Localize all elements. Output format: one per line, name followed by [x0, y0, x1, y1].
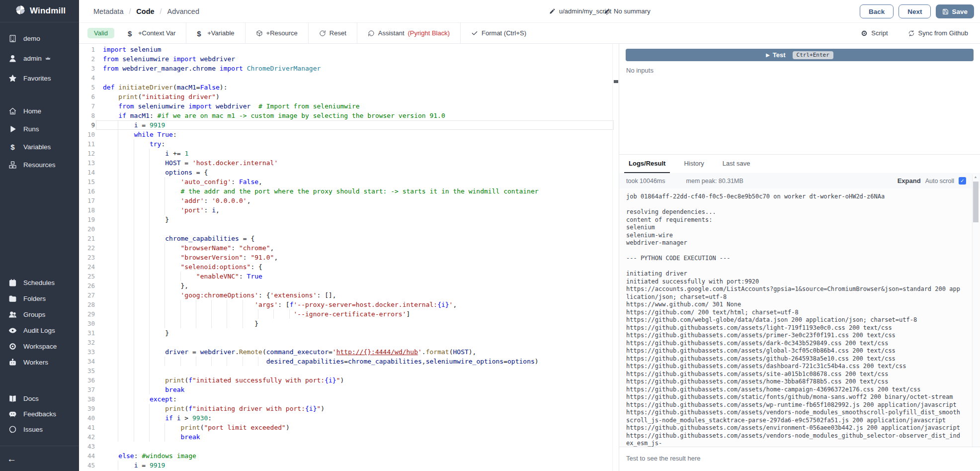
code-line[interactable]: 25 "enableVNC": True: [79, 272, 619, 281]
code-text: 'port': i,: [103, 205, 220, 215]
code-line[interactable]: 18 'port': i,: [79, 205, 619, 215]
expand-button[interactable]: Expand: [898, 177, 921, 185]
sidebar-item-folders[interactable]: Folders: [0, 290, 79, 306]
sidebar-item-docs[interactable]: Docs: [0, 391, 79, 406]
code-line[interactable]: 31 }: [79, 328, 619, 338]
code-line[interactable]: 10 while True:: [79, 130, 619, 139]
windmill-logo[interactable]: Windmill: [0, 0, 79, 22]
tab-advanced[interactable]: Advanced: [167, 7, 200, 15]
tab-metadata[interactable]: Metadata: [93, 7, 123, 15]
tab-history[interactable]: History: [679, 155, 708, 173]
code-line[interactable]: 40 if i > 9930:: [79, 413, 619, 423]
tab-last-save[interactable]: Last save: [718, 155, 755, 173]
sidebar-item-home[interactable]: Home: [0, 102, 79, 120]
code-line[interactable]: 27 'goog:chromeOptions': {'extensions': …: [79, 290, 619, 300]
code-line[interactable]: 11 try:: [79, 139, 619, 149]
code-line[interactable]: 43: [79, 442, 619, 451]
code-line[interactable]: 1import selenium: [79, 45, 619, 54]
boxes-icon: [8, 161, 17, 169]
sidebar-item-workspace[interactable]: Workspace: [0, 338, 79, 354]
line-number: 18: [79, 205, 95, 215]
code-line[interactable]: 38 except:: [79, 394, 619, 404]
script-summary-edit[interactable]: No summary: [604, 0, 651, 22]
toolbar-script[interactable]: Script: [853, 23, 896, 44]
code-line[interactable]: 22 "browserName": "chrome",: [79, 243, 619, 253]
toolbar-label: Sync from Github: [918, 29, 968, 37]
test-button[interactable]: ▶ Test Ctrl+Enter: [626, 49, 974, 61]
code-line[interactable]: 26 },: [79, 281, 619, 290]
code-line[interactable]: 14 options = {: [79, 168, 619, 177]
code-line[interactable]: 8 if macM1: #if we are on mac m1 -> cust…: [79, 111, 619, 120]
scrollbar-up-arrow[interactable]: ▲: [973, 175, 979, 179]
toolbar--resource[interactable]: +Resource: [245, 23, 308, 44]
code-line[interactable]: 23 "browserVersion": "91.0",: [79, 253, 619, 262]
code-line[interactable]: 37 break: [79, 385, 619, 394]
code-text: from seleniumwire import webdriver # Imp…: [103, 101, 360, 111]
code-line[interactable]: 5def initiateDriver(macM1=False):: [79, 83, 619, 92]
editor-overview-ruler[interactable]: [612, 44, 619, 471]
next-button[interactable]: Next: [898, 4, 931, 18]
sidebar-item-favorites[interactable]: Favorites: [0, 68, 79, 88]
sidebar-item-resources[interactable]: Resources: [0, 156, 79, 174]
toolbar--variable[interactable]: $+Variable: [186, 23, 245, 44]
toolbar-assistant[interactable]: Assistant (Pyright Black): [357, 23, 460, 44]
toolbar--context-var[interactable]: $+Context Var: [117, 23, 186, 44]
autoscroll-checkbox[interactable]: ✓: [959, 177, 966, 185]
sidebar-item-schedules[interactable]: Schedules: [0, 275, 79, 290]
sidebar-item-runs[interactable]: Runs: [0, 120, 79, 138]
sidebar-collapse-button[interactable]: ←: [7, 454, 16, 465]
log-line: https://github.githubassets.com/assets/w…: [626, 401, 960, 409]
sidebar-item-variables[interactable]: $Variables: [0, 138, 79, 156]
code-line[interactable]: 15 'auto_config': False,: [79, 177, 619, 187]
code-editor[interactable]: 1import selenium2from seleniumwire impor…: [79, 44, 619, 471]
scrollbar-thumb[interactable]: [973, 182, 979, 222]
toolbar-reset[interactable]: Reset: [308, 23, 357, 44]
sidebar-item-feedbacks[interactable]: Feedbacks: [0, 406, 79, 422]
toolbar-sync-from-github[interactable]: Sync from Github: [900, 23, 976, 44]
code-line[interactable]: 24 "selenoid:options": {: [79, 262, 619, 272]
code-line[interactable]: 30 }: [79, 319, 619, 328]
code-line[interactable]: 45 i = 9919: [79, 461, 619, 470]
sidebar-item-issues[interactable]: Issues: [0, 422, 79, 437]
code-line[interactable]: 41 print("port limit exceeded"): [79, 423, 619, 432]
sidebar-item-audit-logs[interactable]: Audit Logs: [0, 322, 79, 338]
code-line[interactable]: 17 'addr': '0.0.0.0',: [79, 196, 619, 205]
log-meta-row: took 10046ms mem peak: 80.31MB Expand Au…: [619, 173, 980, 188]
code-line[interactable]: 7 from seleniumwire import webdriver # I…: [79, 101, 619, 111]
tab-code[interactable]: Code: [136, 7, 154, 15]
code-line[interactable]: 42 break: [79, 432, 619, 442]
code-line[interactable]: 19 }: [79, 215, 619, 224]
save-button[interactable]: Save: [936, 4, 974, 18]
sidebar-item-demo[interactable]: demo: [0, 28, 79, 48]
toolbar-format-ctrl-s-[interactable]: Format (Ctrl+S): [460, 23, 537, 44]
code-line[interactable]: 21 chrome_capabilities = {: [79, 234, 619, 243]
code-line[interactable]: 4: [79, 73, 619, 83]
tab-logs-result[interactable]: Logs/Result: [624, 155, 670, 173]
log-line: https://github.githubassets.com/assets/d…: [626, 363, 960, 371]
code-line[interactable]: 33 driver = webdriver.Remote(command_exe…: [79, 347, 619, 357]
code-line[interactable]: 32: [79, 338, 619, 347]
code-line[interactable]: 3from webdriver_manager.chrome import Ch…: [79, 64, 619, 73]
code-line[interactable]: 9 i = 9919: [79, 120, 619, 130]
script-path-edit[interactable]: u/admin/my_script: [549, 0, 611, 22]
sidebar-item-groups[interactable]: Groups: [0, 306, 79, 322]
code-line[interactable]: 28 'args': [f'--proxy-server=host.docker…: [79, 300, 619, 309]
code-line[interactable]: 16 # the addr and the port where the pro…: [79, 187, 619, 196]
sidebar-item-label: Groups: [23, 311, 45, 318]
code-line[interactable]: 34 desired_capabilities=chrome_capabilit…: [79, 357, 619, 366]
code-line[interactable]: 29 '--ignore-certificate-errors']: [79, 309, 619, 319]
log-scrollbar[interactable]: ▲: [972, 175, 979, 447]
code-line[interactable]: 20: [79, 224, 619, 234]
topbar-actions: Back Next Save: [860, 4, 974, 18]
code-line[interactable]: 6 print("initiating driver"): [79, 92, 619, 101]
code-line[interactable]: 2from seleniumwire import webdriver: [79, 54, 619, 64]
code-line[interactable]: 13 HOST = 'host.docker.internal': [79, 158, 619, 168]
code-line[interactable]: 44 else: #windows image: [79, 451, 619, 461]
sidebar-item-admin[interactable]: admin: [0, 48, 79, 68]
code-line[interactable]: 39 print(f"initiating driver with port:{…: [79, 404, 619, 413]
code-line[interactable]: 35: [79, 366, 619, 376]
sidebar-item-workers[interactable]: Workers: [0, 354, 79, 370]
code-line[interactable]: 12 i += 1: [79, 149, 619, 158]
code-line[interactable]: 36 print(f"initiated successfully with p…: [79, 376, 619, 385]
back-button[interactable]: Back: [860, 4, 894, 18]
